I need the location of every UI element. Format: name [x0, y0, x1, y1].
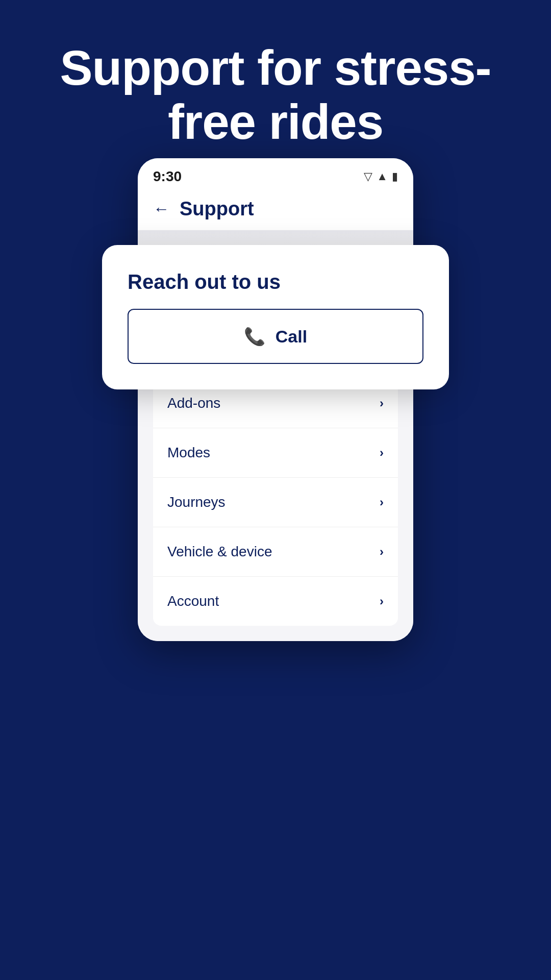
page-title: Support: [180, 198, 254, 220]
status-time: 9:30: [153, 168, 182, 185]
chevron-right-icon: ›: [380, 396, 384, 410]
reach-out-card: Reach out to us 📞 Call: [102, 245, 449, 389]
call-button[interactable]: 📞 Call: [128, 309, 423, 364]
faq-item-label: Vehicle & device: [167, 544, 272, 560]
battery-icon: ▮: [392, 170, 398, 183]
status-bar: 9:30 ▽ ▲ ▮: [138, 158, 413, 190]
faq-item-label: Journeys: [167, 494, 226, 510]
faq-item-label: Account: [167, 593, 219, 609]
hero-title: Support for stress-free rides: [31, 41, 520, 149]
chevron-right-icon: ›: [380, 495, 384, 509]
signal-icon: ▲: [377, 170, 388, 183]
faq-item[interactable]: Vehicle & device›: [153, 527, 398, 577]
phone-icon: 📞: [244, 326, 265, 347]
status-icons: ▽ ▲ ▮: [364, 170, 398, 183]
hero-section: Support for stress-free rides: [0, 0, 551, 179]
faq-item-label: Add-ons: [167, 395, 220, 411]
reach-out-title: Reach out to us: [128, 271, 423, 293]
faq-item-label: Modes: [167, 445, 210, 461]
call-button-label: Call: [276, 327, 307, 347]
chevron-right-icon: ›: [380, 446, 384, 460]
faq-item[interactable]: Modes›: [153, 428, 398, 478]
faq-item[interactable]: Journeys›: [153, 478, 398, 527]
chevron-right-icon: ›: [380, 594, 384, 608]
faq-gradient: [138, 230, 413, 246]
back-button[interactable]: ←: [153, 200, 169, 218]
chevron-right-icon: ›: [380, 545, 384, 559]
phone-mockup: 9:30 ▽ ▲ ▮ ← Support Frequently asked qu…: [138, 158, 413, 641]
faq-item[interactable]: Account›: [153, 577, 398, 626]
wifi-icon: ▽: [364, 170, 372, 183]
nav-bar: ← Support: [138, 190, 413, 230]
